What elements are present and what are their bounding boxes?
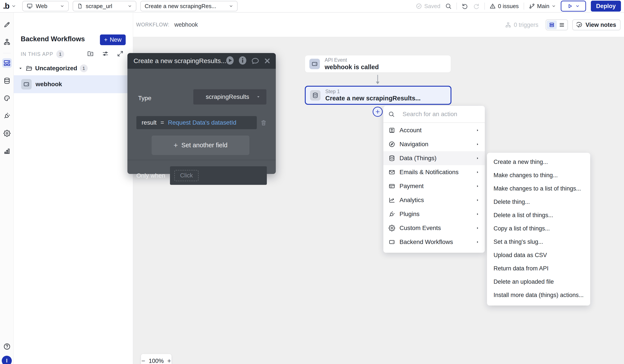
window-card-icon bbox=[389, 239, 395, 245]
help-icon[interactable] bbox=[2, 342, 12, 351]
bubble-logo: .b bbox=[3, 2, 9, 10]
divider bbox=[3, 53, 11, 53]
user-avatar[interactable]: I bbox=[2, 356, 12, 364]
sitemap-icon bbox=[505, 22, 511, 28]
palette-icon[interactable] bbox=[2, 93, 12, 103]
zoom-out-button[interactable]: − bbox=[141, 357, 145, 364]
database-icon[interactable] bbox=[2, 76, 12, 85]
chevron-down-icon bbox=[229, 4, 233, 8]
api-event-node[interactable]: API Event webhook is called bbox=[305, 55, 451, 73]
chevron-down-icon bbox=[575, 4, 580, 8]
submenu-item-delete-thing[interactable]: Delete thing... bbox=[487, 195, 590, 209]
submenu-item-delete-list[interactable]: Delete a list of things... bbox=[487, 209, 590, 222]
view-notes-button[interactable]: View notes bbox=[572, 19, 621, 30]
submenu-item-copy-list[interactable]: Copy a list of things... bbox=[487, 222, 590, 235]
node-kind-label: Step 1 bbox=[325, 88, 421, 95]
submenu-item-install-more[interactable]: Install more data (things) actions... bbox=[487, 288, 590, 302]
folder-open-icon bbox=[26, 65, 32, 72]
expand-icon[interactable] bbox=[117, 50, 124, 57]
action-search-input[interactable] bbox=[403, 111, 481, 118]
menu-item-data-things[interactable]: Data (Things) bbox=[383, 151, 485, 165]
gear-icon[interactable] bbox=[2, 129, 12, 138]
folder-row-uncategorized[interactable]: Uncategorized 1 bbox=[14, 63, 133, 73]
caret-down-icon[interactable] bbox=[18, 66, 23, 71]
issues-indicator[interactable]: 0 issues bbox=[490, 3, 519, 10]
menu-item-backend-workflows[interactable]: Backend Workflows bbox=[383, 235, 485, 249]
close-icon[interactable] bbox=[263, 57, 271, 65]
filter-sliders-icon[interactable] bbox=[102, 50, 109, 57]
undo-icon[interactable] bbox=[462, 3, 468, 9]
trash-icon[interactable] bbox=[260, 119, 267, 126]
action-search-row[interactable] bbox=[383, 106, 485, 123]
field-value-expression[interactable]: Request Data's datasetId bbox=[168, 119, 236, 126]
zoom-control: − 100% + bbox=[141, 354, 172, 364]
page-dropdown[interactable]: scrape_url bbox=[73, 1, 136, 11]
add-action-button[interactable] bbox=[373, 107, 383, 117]
plug-icon[interactable] bbox=[2, 111, 12, 120]
add-folder-icon[interactable] bbox=[87, 50, 94, 57]
view-toggle bbox=[546, 19, 568, 30]
card-view-button[interactable] bbox=[547, 21, 557, 29]
plus-icon: + bbox=[173, 141, 178, 150]
step-1-node[interactable]: Step 1 Create a new scrapingResults... bbox=[305, 86, 451, 105]
submenu-item-upload-csv[interactable]: Upload data as CSV bbox=[487, 249, 590, 262]
branch-selector[interactable]: Main bbox=[529, 3, 556, 10]
preview-button[interactable] bbox=[561, 1, 586, 12]
type-label: Type bbox=[138, 95, 151, 102]
comment-icon[interactable] bbox=[251, 56, 260, 65]
type-dropdown[interactable]: scrapingResults bbox=[193, 89, 266, 104]
zoom-in-button[interactable]: + bbox=[167, 357, 171, 364]
plug-icon bbox=[389, 211, 395, 217]
menu-item-custom-events[interactable]: Custom Events bbox=[383, 221, 485, 235]
section-header: IN THIS APP 1 bbox=[21, 50, 64, 58]
search-icon[interactable] bbox=[445, 3, 452, 9]
logo-menu[interactable]: .b bbox=[3, 2, 16, 10]
run-play-icon[interactable] bbox=[226, 56, 234, 66]
new-workflow-button[interactable]: + New bbox=[100, 34, 126, 45]
search-icon bbox=[388, 111, 395, 117]
backend-workflows-tab-icon[interactable] bbox=[2, 58, 12, 68]
platform-label: Web bbox=[36, 3, 47, 10]
workflow-name[interactable]: webhook bbox=[174, 21, 198, 28]
set-another-field-button[interactable]: + Set another field bbox=[152, 135, 249, 155]
redo-icon[interactable] bbox=[473, 3, 480, 9]
panel-title: Backend Workflows bbox=[21, 35, 85, 43]
workflow-list-item[interactable]: webhook bbox=[14, 75, 133, 93]
menu-item-plugins[interactable]: Plugins bbox=[383, 207, 485, 221]
menu-item-emails[interactable]: Emails & Notifications bbox=[383, 165, 485, 179]
compass-icon bbox=[389, 141, 395, 148]
submenu-item-make-changes[interactable]: Make changes to thing... bbox=[487, 169, 590, 182]
menu-item-navigation[interactable]: Navigation bbox=[383, 137, 485, 151]
platform-dropdown[interactable]: Web bbox=[22, 1, 69, 11]
submenu-item-make-changes-list[interactable]: Make changes to a list of things... bbox=[487, 182, 590, 195]
menu-item-analytics[interactable]: Analytics bbox=[383, 193, 485, 207]
workflow-header: WORKFLOW: webhook 0 triggers bbox=[133, 13, 624, 37]
menu-item-account[interactable]: Account bbox=[383, 123, 485, 137]
user-frame-icon bbox=[389, 127, 395, 133]
logs-chart-icon[interactable] bbox=[2, 146, 12, 156]
count-badge: 1 bbox=[56, 50, 64, 58]
dialog-header[interactable]: Create a new scrapingResults... bbox=[128, 53, 276, 69]
design-pencil-icon[interactable] bbox=[2, 20, 12, 29]
info-icon[interactable] bbox=[238, 56, 247, 66]
page-label: scrape_url bbox=[86, 3, 112, 10]
git-branch-icon bbox=[529, 3, 535, 9]
node-title: Create a new scrapingResults... bbox=[325, 95, 421, 102]
sitemap-icon[interactable] bbox=[2, 37, 12, 47]
action-search-popup: Account Navigation Data (Things) bbox=[383, 106, 485, 253]
list-view-button[interactable] bbox=[557, 21, 567, 29]
condition-input[interactable]: Click bbox=[170, 166, 267, 185]
field-expression[interactable]: result = Request Data's datasetId bbox=[136, 116, 257, 129]
submenu-item-delete-file[interactable]: Delete an uploaded file bbox=[487, 275, 590, 288]
submenu-item-set-slug[interactable]: Set a thing's slug... bbox=[487, 235, 590, 249]
api-event-card-icon bbox=[309, 59, 320, 69]
menu-item-payment[interactable]: Payment bbox=[383, 179, 485, 193]
divider bbox=[524, 3, 524, 10]
dialog-body: Type scrapingResults result = Request Da… bbox=[128, 69, 276, 174]
workflow-dropdown[interactable]: Create a new scrapingRes... bbox=[140, 1, 238, 11]
condition-placeholder[interactable]: Click bbox=[174, 170, 199, 181]
submenu-item-return-api[interactable]: Return data from API bbox=[487, 262, 590, 275]
deploy-button[interactable]: Deploy bbox=[591, 1, 621, 12]
submenu-item-create-thing[interactable]: Create a new thing... bbox=[487, 155, 590, 169]
divider bbox=[128, 160, 276, 160]
